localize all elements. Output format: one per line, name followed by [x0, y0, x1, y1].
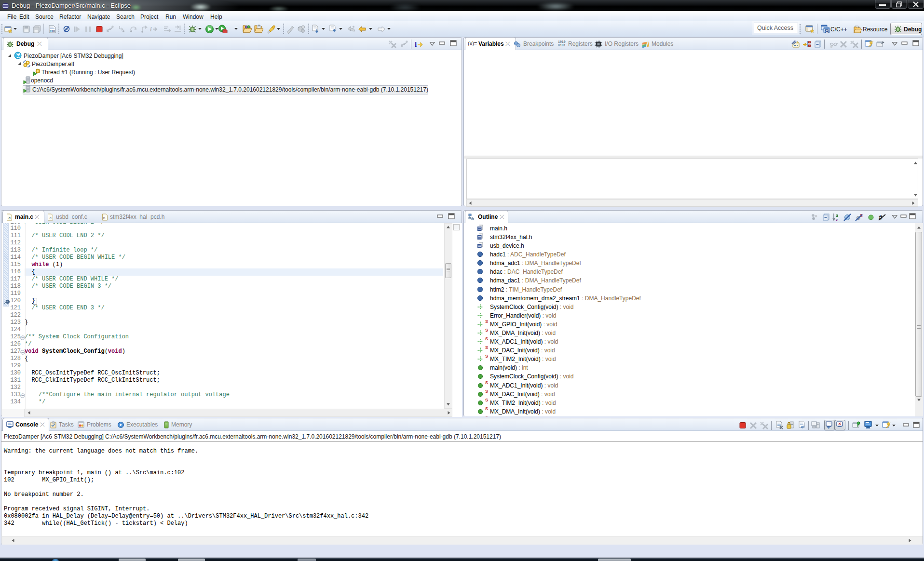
svg-text:z: z [836, 217, 838, 222]
svg-text:010: 010 [50, 29, 55, 33]
svg-text:.c: .c [7, 216, 11, 220]
svg-text:C: C [826, 29, 829, 34]
svg-text:i: i [415, 40, 417, 48]
svg-text:.c: .c [48, 216, 52, 220]
svg-text:i: i [150, 26, 152, 33]
svg-text:h: h [103, 216, 106, 220]
